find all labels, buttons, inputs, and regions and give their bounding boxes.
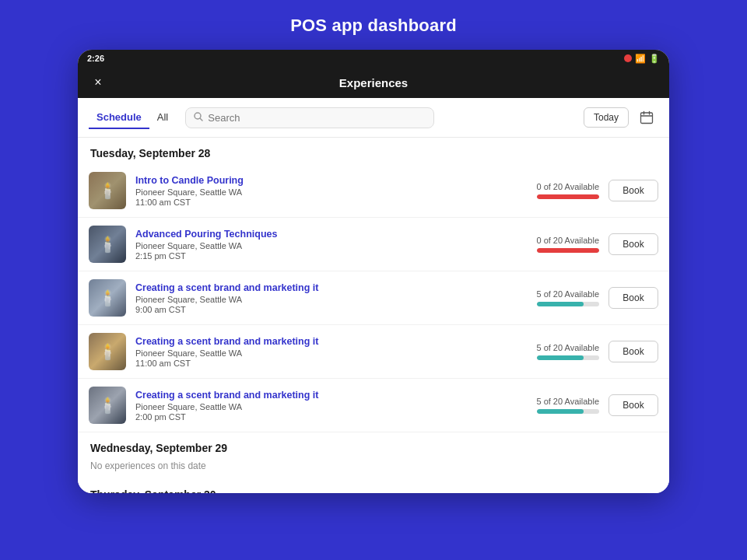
table-row: 🕯️ Intro to Candle Pouring Pioneer Squar… xyxy=(78,164,669,218)
experience-time: 11:00 am CST xyxy=(135,359,481,368)
availability-section: 5 of 20 Available xyxy=(490,289,599,306)
progress-bar-fill xyxy=(537,302,584,306)
experience-location: Pioneer Square, Seattle WA xyxy=(135,348,481,358)
availability-section: 5 of 20 Available xyxy=(490,397,599,414)
thumb-candle-icon: 🕯️ xyxy=(98,181,117,200)
book-button[interactable]: Book xyxy=(608,341,658,362)
close-button[interactable]: × xyxy=(89,73,107,92)
today-button[interactable]: Today xyxy=(584,107,629,128)
experience-thumbnail: 🕯️ xyxy=(89,333,126,370)
progress-bar xyxy=(537,302,599,306)
experience-name[interactable]: Advanced Pouring Techniques xyxy=(135,229,481,240)
experience-info: Creating a scent brand and marketing it … xyxy=(135,336,481,368)
book-button[interactable]: Book xyxy=(608,394,658,416)
table-row: 🕯️ Advanced Pouring Techniques Pioneer S… xyxy=(78,218,669,271)
experience-thumbnail: 🕯️ xyxy=(89,387,126,424)
status-bar: 2:26 📶 🔋 xyxy=(78,50,669,67)
header-title: Experiences xyxy=(339,76,408,89)
svg-line-1 xyxy=(200,118,202,121)
battery-icon: 🔋 xyxy=(649,54,660,64)
tab-all[interactable]: All xyxy=(149,107,176,129)
calendar-icon-button[interactable] xyxy=(635,106,658,129)
experience-time: 2:00 pm CST xyxy=(135,412,481,422)
availability-text: 0 of 20 Available xyxy=(536,236,599,245)
tab-group: Schedule All xyxy=(89,107,176,129)
experience-name[interactable]: Creating a scent brand and marketing it xyxy=(135,336,481,347)
table-row: 🕯️ Creating a scent brand and marketing … xyxy=(78,271,669,325)
experience-info: Creating a scent brand and marketing it … xyxy=(135,282,481,314)
date-header-0: Tuesday, September 28 xyxy=(78,138,669,164)
book-button[interactable]: Book xyxy=(608,233,658,255)
experience-location: Pioneer Square, Seattle WA xyxy=(135,295,481,304)
date-header-2: Thursday, September 30 xyxy=(78,479,669,493)
table-row: 🕯️ Creating a scent brand and marketing … xyxy=(78,379,669,432)
availability-section: 0 of 20 Available xyxy=(490,182,599,199)
search-icon xyxy=(194,112,203,124)
page-title: POS app dashboard xyxy=(290,16,457,36)
main-content: Schedule All Today xyxy=(78,98,669,493)
experience-thumbnail: 🕯️ xyxy=(89,226,126,263)
availability-section: 0 of 20 Available xyxy=(490,236,599,253)
progress-bar xyxy=(537,355,599,360)
no-experiences-text: No experiences on this date xyxy=(78,459,669,479)
experience-thumbnail: 🕯️ xyxy=(89,172,126,209)
status-time: 2:26 xyxy=(87,54,104,63)
search-input[interactable] xyxy=(208,112,426,124)
toolbar: Schedule All Today xyxy=(78,98,669,138)
availability-section: 5 of 20 Available xyxy=(490,343,599,360)
experience-info: Creating a scent brand and marketing it … xyxy=(135,390,481,422)
experience-location: Pioneer Square, Seattle WA xyxy=(135,241,481,250)
search-box[interactable] xyxy=(185,107,434,128)
experience-time: 2:15 pm CST xyxy=(135,251,481,261)
experience-info: Advanced Pouring Techniques Pioneer Squa… xyxy=(135,229,481,261)
experience-location: Pioneer Square, Seattle WA xyxy=(135,402,481,411)
tablet-frame: 2:26 📶 🔋 × Experiences Schedule All xyxy=(78,50,669,493)
experience-location: Pioneer Square, Seattle WA xyxy=(135,187,481,197)
progress-bar-fill xyxy=(537,248,599,253)
app-header: × Experiences xyxy=(78,67,669,98)
toolbar-right: Today xyxy=(584,106,658,129)
experience-thumbnail: 🕯️ xyxy=(89,279,126,317)
record-icon xyxy=(624,54,632,62)
experience-info: Intro to Candle Pouring Pioneer Square, … xyxy=(135,175,481,207)
thumb-candle-icon: 🕯️ xyxy=(98,396,117,415)
experience-time: 11:00 am CST xyxy=(135,198,481,207)
wifi-icon: 📶 xyxy=(635,54,646,64)
thumb-candle-icon: 🕯️ xyxy=(98,235,117,254)
table-row: 🕯️ Creating a scent brand and marketing … xyxy=(78,325,669,379)
experience-time: 9:00 am CST xyxy=(135,305,481,314)
book-button[interactable]: Book xyxy=(608,180,658,201)
availability-text: 0 of 20 Available xyxy=(536,182,599,191)
svg-rect-2 xyxy=(641,113,653,124)
date-header-1: Wednesday, September 29 xyxy=(78,432,669,459)
tab-schedule[interactable]: Schedule xyxy=(89,107,149,129)
availability-text: 5 of 20 Available xyxy=(536,343,599,352)
status-icons: 📶 🔋 xyxy=(624,54,660,64)
experience-name[interactable]: Intro to Candle Pouring xyxy=(135,175,481,186)
book-button[interactable]: Book xyxy=(608,287,658,309)
experience-name[interactable]: Creating a scent brand and marketing it xyxy=(135,390,481,401)
progress-bar-fill xyxy=(537,355,584,360)
progress-bar xyxy=(537,194,599,199)
progress-bar xyxy=(537,248,599,253)
schedule-list: Tuesday, September 28 🕯️ Intro to Candle… xyxy=(78,138,669,493)
experience-name[interactable]: Creating a scent brand and marketing it xyxy=(135,282,481,293)
availability-text: 5 of 20 Available xyxy=(536,397,599,406)
progress-bar-fill xyxy=(537,194,599,199)
progress-bar xyxy=(537,409,599,414)
progress-bar-fill xyxy=(537,409,584,414)
thumb-candle-icon: 🕯️ xyxy=(98,289,117,307)
availability-text: 5 of 20 Available xyxy=(536,289,599,299)
thumb-candle-icon: 🕯️ xyxy=(98,342,117,361)
